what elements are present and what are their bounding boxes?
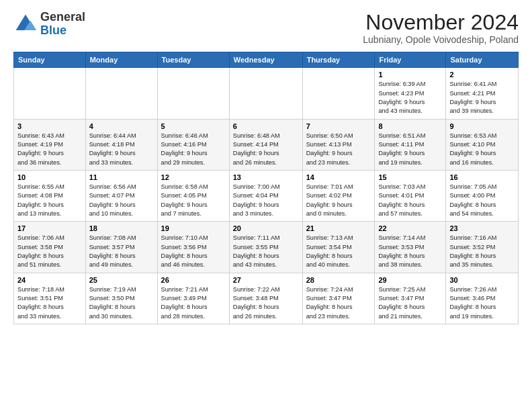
calendar-cell-4-6: 30Sunrise: 7:26 AM Sunset: 3:46 PM Dayli… [446,273,519,324]
calendar-cell-4-5: 29Sunrise: 7:25 AM Sunset: 3:47 PM Dayli… [375,273,446,324]
month-title: November 2024 [363,11,519,34]
calendar-header: Sunday Monday Tuesday Wednesday Thursday… [14,52,519,68]
day-info: Sunrise: 7:01 AM Sunset: 4:02 PM Dayligh… [306,183,371,218]
day-info: Sunrise: 7:06 AM Sunset: 3:58 PM Dayligh… [17,234,82,269]
day-info: Sunrise: 7:11 AM Sunset: 3:55 PM Dayligh… [233,234,299,269]
col-friday: Friday [375,52,446,68]
day-info: Sunrise: 7:05 AM Sunset: 4:00 PM Dayligh… [449,183,515,218]
calendar-cell-3-6: 23Sunrise: 7:16 AM Sunset: 3:52 PM Dayli… [446,222,519,273]
day-number: 1 [378,71,442,79]
day-number: 19 [161,224,226,232]
calendar-cell-3-3: 20Sunrise: 7:11 AM Sunset: 3:55 PM Dayli… [229,222,302,273]
calendar-week-2: 10Sunrise: 6:55 AM Sunset: 4:08 PM Dayli… [14,170,519,221]
day-number: 29 [378,276,442,284]
col-sunday: Sunday [14,52,86,68]
calendar-cell-3-1: 18Sunrise: 7:08 AM Sunset: 3:57 PM Dayli… [85,222,157,273]
day-info: Sunrise: 6:56 AM Sunset: 4:07 PM Dayligh… [89,183,154,218]
day-info: Sunrise: 6:55 AM Sunset: 4:08 PM Dayligh… [17,183,82,218]
day-number: 20 [233,224,299,232]
calendar-cell-2-3: 13Sunrise: 7:00 AM Sunset: 4:04 PM Dayli… [229,170,302,221]
day-info: Sunrise: 7:24 AM Sunset: 3:47 PM Dayligh… [306,285,371,321]
calendar-cell-0-3 [229,68,302,119]
col-saturday: Saturday [446,52,519,68]
logo-blue: Blue [40,24,66,37]
day-info: Sunrise: 6:51 AM Sunset: 4:11 PM Dayligh… [378,132,442,167]
day-number: 10 [17,173,82,181]
day-number: 28 [306,276,371,284]
calendar-table: Sunday Monday Tuesday Wednesday Thursday… [13,52,519,324]
col-tuesday: Tuesday [157,52,229,68]
day-info: Sunrise: 6:39 AM Sunset: 4:23 PM Dayligh… [378,80,442,116]
calendar-cell-3-2: 19Sunrise: 7:10 AM Sunset: 3:56 PM Dayli… [157,222,229,273]
day-number: 26 [161,276,226,284]
calendar-cell-0-0 [14,68,86,119]
calendar-cell-1-0: 3Sunrise: 6:43 AM Sunset: 4:19 PM Daylig… [14,119,86,170]
calendar-cell-0-6: 2Sunrise: 6:41 AM Sunset: 4:21 PM Daylig… [446,68,519,119]
day-info: Sunrise: 6:44 AM Sunset: 4:18 PM Dayligh… [89,132,154,167]
col-wednesday: Wednesday [229,52,302,68]
calendar-cell-3-0: 17Sunrise: 7:06 AM Sunset: 3:58 PM Dayli… [14,222,86,273]
calendar-cell-1-2: 5Sunrise: 6:46 AM Sunset: 4:16 PM Daylig… [157,119,229,170]
header-row: Sunday Monday Tuesday Wednesday Thursday… [14,52,519,68]
day-number: 4 [89,122,154,130]
day-number: 13 [233,173,299,181]
calendar-cell-1-1: 4Sunrise: 6:44 AM Sunset: 4:18 PM Daylig… [85,119,157,170]
calendar-cell-1-4: 7Sunrise: 6:50 AM Sunset: 4:13 PM Daylig… [302,119,375,170]
day-info: Sunrise: 6:43 AM Sunset: 4:19 PM Dayligh… [17,132,82,167]
calendar-cell-3-4: 21Sunrise: 7:13 AM Sunset: 3:54 PM Dayli… [302,222,375,273]
day-info: Sunrise: 7:22 AM Sunset: 3:48 PM Dayligh… [233,285,299,321]
calendar-cell-2-2: 12Sunrise: 6:58 AM Sunset: 4:05 PM Dayli… [157,170,229,221]
day-number: 14 [306,173,371,181]
col-monday: Monday [85,52,157,68]
day-number: 16 [449,173,515,181]
day-number: 24 [17,276,82,284]
calendar-cell-1-5: 8Sunrise: 6:51 AM Sunset: 4:11 PM Daylig… [375,119,446,170]
day-info: Sunrise: 7:00 AM Sunset: 4:04 PM Dayligh… [233,183,299,218]
day-number: 18 [89,224,154,232]
calendar-cell-4-1: 25Sunrise: 7:19 AM Sunset: 3:50 PM Dayli… [85,273,157,324]
day-number: 6 [233,122,299,130]
day-info: Sunrise: 6:50 AM Sunset: 4:13 PM Dayligh… [306,132,371,167]
day-number: 30 [449,276,515,284]
day-number: 5 [161,122,226,130]
day-number: 23 [449,224,515,232]
calendar-week-1: 3Sunrise: 6:43 AM Sunset: 4:19 PM Daylig… [14,119,519,170]
calendar-cell-1-3: 6Sunrise: 6:48 AM Sunset: 4:14 PM Daylig… [229,119,302,170]
logo: General Blue [13,11,85,38]
calendar-cell-0-2 [157,68,229,119]
day-number: 22 [378,224,442,232]
day-info: Sunrise: 6:53 AM Sunset: 4:10 PM Dayligh… [449,132,515,167]
calendar-cell-4-0: 24Sunrise: 7:18 AM Sunset: 3:51 PM Dayli… [14,273,86,324]
page: General Blue November 2024 Lubniany, Opo… [0,0,532,331]
day-info: Sunrise: 7:21 AM Sunset: 3:49 PM Dayligh… [161,285,226,321]
calendar-cell-4-4: 28Sunrise: 7:24 AM Sunset: 3:47 PM Dayli… [302,273,375,324]
day-number: 3 [17,122,82,130]
day-info: Sunrise: 6:41 AM Sunset: 4:21 PM Dayligh… [449,80,515,116]
calendar-cell-0-4 [302,68,375,119]
day-number: 8 [378,122,442,130]
calendar-week-0: 1Sunrise: 6:39 AM Sunset: 4:23 PM Daylig… [14,68,519,119]
calendar-cell-3-5: 22Sunrise: 7:14 AM Sunset: 3:53 PM Dayli… [375,222,446,273]
calendar-cell-1-6: 9Sunrise: 6:53 AM Sunset: 4:10 PM Daylig… [446,119,519,170]
location-subtitle: Lubniany, Opole Voivodeship, Poland [363,34,519,45]
calendar-week-4: 24Sunrise: 7:18 AM Sunset: 3:51 PM Dayli… [14,273,519,324]
day-info: Sunrise: 7:25 AM Sunset: 3:47 PM Dayligh… [378,285,442,321]
calendar-cell-2-0: 10Sunrise: 6:55 AM Sunset: 4:08 PM Dayli… [14,170,86,221]
day-number: 11 [89,173,154,181]
day-number: 9 [449,122,515,130]
day-number: 7 [306,122,371,130]
calendar-body: 1Sunrise: 6:39 AM Sunset: 4:23 PM Daylig… [14,68,519,324]
day-number: 15 [378,173,442,181]
calendar-cell-0-1 [85,68,157,119]
calendar-cell-2-5: 15Sunrise: 7:03 AM Sunset: 4:01 PM Dayli… [375,170,446,221]
logo-general: General [40,10,85,24]
logo-text: General Blue [40,11,85,38]
day-number: 12 [161,173,226,181]
day-info: Sunrise: 7:08 AM Sunset: 3:57 PM Dayligh… [89,234,154,269]
day-info: Sunrise: 6:48 AM Sunset: 4:14 PM Dayligh… [233,132,299,167]
calendar-cell-0-5: 1Sunrise: 6:39 AM Sunset: 4:23 PM Daylig… [375,68,446,119]
calendar-cell-2-6: 16Sunrise: 7:05 AM Sunset: 4:00 PM Dayli… [446,170,519,221]
day-info: Sunrise: 7:16 AM Sunset: 3:52 PM Dayligh… [449,234,515,269]
day-number: 27 [233,276,299,284]
day-info: Sunrise: 7:18 AM Sunset: 3:51 PM Dayligh… [17,285,82,321]
